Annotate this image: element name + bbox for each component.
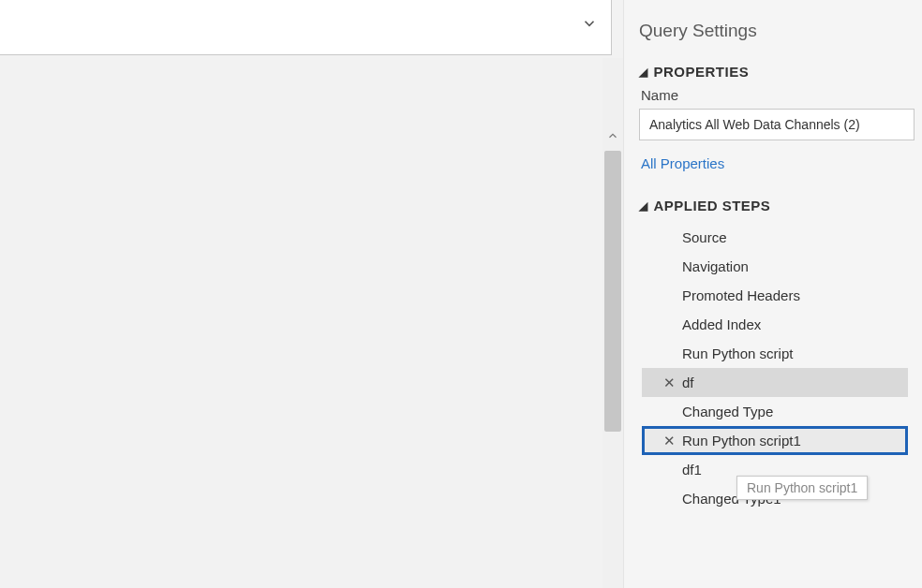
- properties-section-header[interactable]: ◢ PROPERTIES: [639, 64, 916, 80]
- scroll-thumb[interactable]: [604, 151, 621, 432]
- main-content-pane: [0, 0, 623, 588]
- step-run-python-script[interactable]: ✕Run Python script: [642, 339, 908, 368]
- step-label: Run Python script: [682, 345, 793, 361]
- step-added-index[interactable]: ✕Added Index: [642, 310, 908, 339]
- name-label: Name: [641, 87, 916, 103]
- vertical-scrollbar[interactable]: [602, 58, 623, 588]
- step-label: df1: [682, 462, 702, 478]
- step-label: Run Python script1: [682, 433, 801, 448]
- applied-steps-heading: APPLIED STEPS: [654, 198, 771, 213]
- step-navigation[interactable]: ✕Navigation: [642, 252, 908, 281]
- step-label: Promoted Headers: [682, 287, 800, 303]
- panel-title: Query Settings: [639, 21, 916, 41]
- all-properties-link[interactable]: All Properties: [641, 155, 724, 171]
- step-label: Added Index: [682, 316, 761, 332]
- applied-steps-list: ✕Source ✕Navigation ✕Promoted Headers ✕A…: [639, 223, 916, 513]
- step-tooltip: Run Python script1: [736, 476, 868, 500]
- delete-step-icon[interactable]: ✕: [663, 375, 676, 391]
- step-label: Source: [682, 229, 727, 245]
- step-label: df: [682, 375, 694, 390]
- step-promoted-headers[interactable]: ✕Promoted Headers: [642, 281, 908, 310]
- formula-bar[interactable]: [0, 0, 612, 55]
- query-name-input[interactable]: [639, 109, 915, 140]
- step-source[interactable]: ✕Source: [642, 223, 908, 252]
- chevron-down-icon[interactable]: [581, 15, 598, 36]
- properties-heading: PROPERTIES: [654, 64, 750, 80]
- collapse-caret-icon: ◢: [639, 199, 648, 213]
- delete-step-icon[interactable]: ✕: [663, 433, 676, 449]
- scroll-up-icon[interactable]: [606, 58, 619, 151]
- step-label: Changed Type: [682, 404, 773, 419]
- step-label: Navigation: [682, 258, 749, 274]
- applied-steps-section-header[interactable]: ◢ APPLIED STEPS: [639, 198, 916, 213]
- step-df[interactable]: ✕df: [642, 368, 908, 397]
- collapse-caret-icon: ◢: [639, 66, 648, 79]
- step-changed-type[interactable]: ✕Changed Type: [642, 397, 908, 426]
- step-run-python-script1[interactable]: ✕Run Python script1: [642, 426, 908, 455]
